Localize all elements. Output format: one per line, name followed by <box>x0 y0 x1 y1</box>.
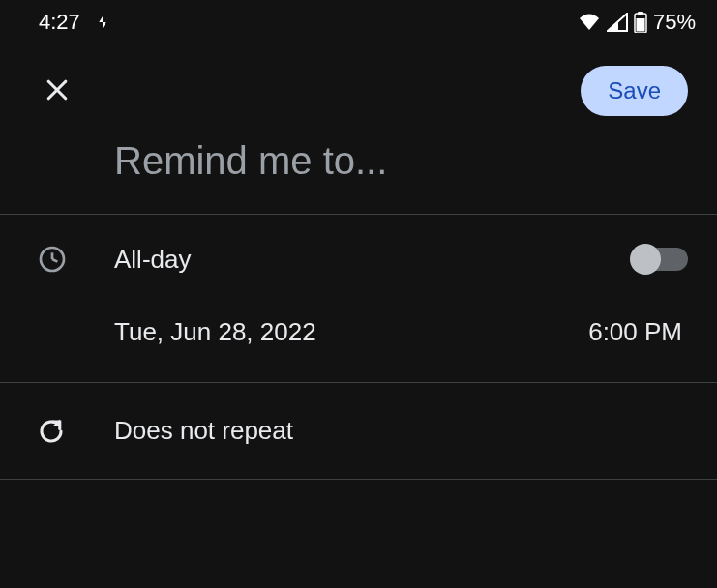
close-icon <box>43 75 72 107</box>
time-picker[interactable]: 6:00 PM <box>588 317 682 347</box>
status-time: 4:27 <box>39 10 80 35</box>
status-left: 4:27 <box>39 10 111 35</box>
all-day-row: All-day <box>0 215 717 304</box>
save-button[interactable]: Save <box>581 66 688 116</box>
reminder-title-input[interactable] <box>114 139 688 183</box>
divider <box>0 479 717 480</box>
repeat-row[interactable]: Does not repeat <box>0 383 717 479</box>
toggle-knob <box>630 244 661 275</box>
repeat-icon <box>37 417 114 446</box>
all-day-label: All-day <box>114 245 191 275</box>
wifi-icon <box>578 13 601 32</box>
svg-line-7 <box>52 259 57 262</box>
date-picker[interactable]: Tue, Jun 28, 2022 <box>114 317 316 347</box>
all-day-toggle[interactable] <box>632 248 688 271</box>
close-button[interactable] <box>37 70 77 113</box>
battery-percent: 75% <box>653 10 696 35</box>
svg-rect-2 <box>636 18 644 32</box>
title-section <box>0 133 717 214</box>
status-bar: 4:27 75% <box>0 0 717 43</box>
battery-icon <box>634 12 647 33</box>
all-day-content: All-day <box>114 245 688 275</box>
datetime-row: Tue, Jun 28, 2022 6:00 PM <box>0 304 717 382</box>
status-right: 75% <box>578 10 696 35</box>
clock-icon <box>37 244 114 275</box>
app-bar: Save <box>0 43 717 133</box>
repeat-label: Does not repeat <box>114 416 293 446</box>
cellular-icon <box>607 13 628 32</box>
notification-icon <box>94 14 111 31</box>
